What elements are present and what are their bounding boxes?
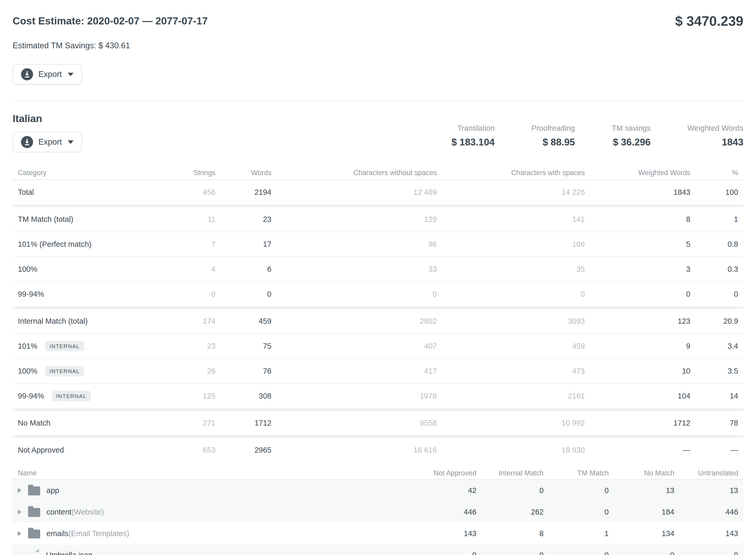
col-untranslated: Untranslated [674,469,738,477]
category-cell: No Match [18,419,174,427]
chevron-right-icon[interactable] [18,488,21,493]
file-row-umbrella-json[interactable]: JSONUmbrella.json99009 [13,544,743,555]
category-label: TM Match (total) [18,215,73,224]
cell-: 78 [691,419,738,427]
files-table-body: app42001313content(Website)4462620184446… [13,480,743,555]
files-table: NameNot ApprovedInternal MatchTM MatchNo… [13,467,743,555]
cell-characters-with-spaces: 141 [437,215,585,224]
category-label: 99-94% [18,392,44,400]
cell-words: 17 [216,240,271,249]
col-characters-without-spaces: Characters without spaces [271,169,437,177]
file-row-content[interactable]: content(Website)4462620184446 [13,501,743,523]
col-not-approved: Not Approved [393,469,477,477]
cell-characters-without-spaces: 33 [271,265,437,273]
cell-words: 0 [216,290,271,299]
page-title: Cost Estimate: 2020-02-07 — 2077-07-17 [13,15,208,27]
cell-words: 6 [216,265,271,273]
category-label: Not Approved [18,446,64,455]
cell-: 0 [691,290,738,299]
category-label: 101% (Perfect match) [18,240,91,249]
col-strings: Strings [174,169,216,177]
cell-: 14 [691,392,738,400]
cell-characters-with-spaces: 18 930 [437,446,585,455]
cell-not-approved: 143 [393,529,477,538]
file-row-app[interactable]: app42001313 [13,480,743,501]
cell-characters-with-spaces: 10 992 [437,419,585,427]
folder-icon [28,529,40,539]
cell-characters-without-spaces: 407 [271,342,437,350]
cell-strings: 0 [174,290,216,299]
file-name-label: app [46,486,59,495]
cell-words: 2194 [216,188,271,197]
stat-tm-savings: TM savings$ 36.296 [612,124,651,148]
cell-strings: 11 [174,215,216,224]
table-row: 99-94%INTERNAL1253081978216110414 [13,383,743,408]
chevron-down-icon [68,140,74,144]
export-button-label: Export [38,137,62,147]
category-label: 100% [18,367,37,375]
cost-estimate-page: Cost Estimate: 2020-02-07 — 2077-07-17 $… [0,0,756,555]
download-icon [21,136,33,148]
cell-characters-without-spaces: 2802 [271,317,437,326]
chevron-right-icon[interactable] [18,509,21,515]
col-tm-match: TM Match [544,469,609,477]
cell-tm-match: 0 [544,486,609,495]
file-name-label: Umbrella.json [46,551,92,555]
table-row: Internal Match (total)174459280230931232… [13,309,743,333]
cell-strings: 174 [174,317,216,326]
cell-words: 2965 [216,446,271,455]
file-name-suffix: (Website) [72,508,104,516]
cell-internal-match: 262 [477,508,544,516]
table-row: 101% (Perfect match)7179610650.8 [13,231,743,256]
cell-characters-without-spaces: 129 [271,215,437,224]
category-label: Total [18,188,34,197]
cell-no-match: 13 [609,486,674,495]
cell-untranslated: 13 [674,486,738,495]
language-section: Italian Export Translation$ 183.104Proof… [13,113,743,462]
table-row: Not Approved653296516 61618 930—— [13,438,743,462]
cell-words: 23 [216,215,271,224]
section-divider [13,100,743,101]
group-separator [13,435,743,438]
stat-label: Weighted Words [687,124,743,133]
cell-strings: 271 [174,419,216,427]
col-no-match: No Match [609,469,674,477]
cell-weighted-words: 3 [585,265,691,273]
folder-icon [28,486,40,496]
cell-: 20.9 [691,317,738,326]
language-section-left: Italian Export [13,113,82,152]
category-cell: 101% (Perfect match) [18,240,174,249]
language-export-button[interactable]: Export [13,132,82,152]
cell-characters-with-spaces: 35 [437,265,585,273]
chevron-down-icon [68,73,74,76]
report-header: Cost Estimate: 2020-02-07 — 2077-07-17 $… [13,14,743,85]
cell-tm-match: 0 [544,551,609,555]
stat-proofreading: Proofreading$ 88.95 [531,124,575,148]
table-row: 100%INTERNAL2676417473103.5 [13,358,743,383]
export-button[interactable]: Export [13,64,82,85]
cell-: 0.3 [691,265,738,273]
category-cell: 100%INTERNAL [18,366,174,376]
cell-weighted-words: — [585,446,691,455]
category-label: 100% [18,265,37,273]
cell-: 0.8 [691,240,738,249]
cell-words: 75 [216,342,271,350]
cell-strings: 125 [174,392,216,400]
cell-not-approved: 446 [393,508,477,516]
col-internal-match: Internal Match [477,469,544,477]
stat-translation: Translation$ 183.104 [451,124,495,148]
total-cost-amount: $ 3470.239 [675,14,743,28]
folder-icon [28,508,40,517]
cell-weighted-words: 123 [585,317,691,326]
chevron-right-icon[interactable] [18,531,21,536]
internal-badge: INTERNAL [45,341,84,351]
file-row-emails[interactable]: emails(Email Templates)14381134143 [13,523,743,544]
category-cell: 101%INTERNAL [18,341,174,351]
cell-strings: 26 [174,367,216,375]
file-fold-corner [35,548,39,552]
file-name-cell: content(Website) [18,507,393,517]
cost-summary-stats: Translation$ 183.104Proofreading$ 88.95T… [451,124,743,152]
stat-value: $ 183.104 [451,137,495,148]
cell-characters-without-spaces: 96 [271,240,437,249]
file-name-cell: emails(Email Templates) [18,528,393,539]
